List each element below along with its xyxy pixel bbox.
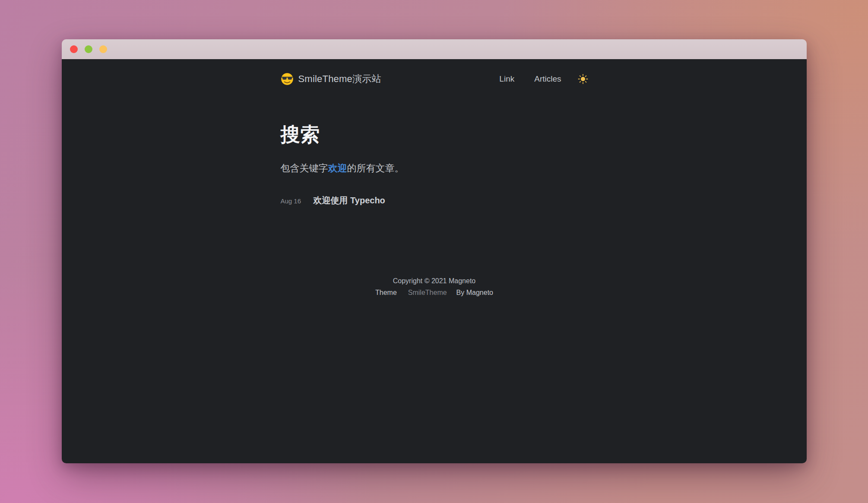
article-date: Aug 16 xyxy=(281,197,314,205)
nav-item-link[interactable]: Link xyxy=(499,74,514,84)
close-button[interactable] xyxy=(70,45,78,53)
subtitle-suffix: 的所有文章。 xyxy=(347,163,404,174)
footer-theme-link[interactable]: SmileTheme xyxy=(408,289,447,296)
main-content: 搜索 包含关键字欢迎的所有文章。 Aug 16 欢迎使用 Typecho xyxy=(281,122,588,206)
article-title-link[interactable]: 欢迎使用 Typecho xyxy=(314,195,385,206)
search-result-subtitle: 包含关键字欢迎的所有文章。 xyxy=(281,162,588,175)
browser-window: SmileTheme演示站 Link Articles xyxy=(62,39,807,463)
site-title: SmileTheme演示站 xyxy=(298,73,381,85)
minimize-button[interactable] xyxy=(85,45,92,53)
article-list-item[interactable]: Aug 16 欢迎使用 Typecho xyxy=(281,195,588,206)
footer-by-text: By Magneto xyxy=(456,289,493,296)
sunglasses-emoji-icon xyxy=(281,73,294,85)
footer-theme-label: Theme xyxy=(375,289,397,296)
site-footer: Copyright © 2021 Magneto ThemeSmileTheme… xyxy=(281,275,588,298)
main-nav: Link Articles xyxy=(499,74,588,84)
page-content: SmileTheme演示站 Link Articles xyxy=(62,59,807,463)
page-title: 搜索 xyxy=(281,122,588,148)
copyright-text: Copyright © 2021 Magneto xyxy=(281,275,588,287)
nav-item-articles[interactable]: Articles xyxy=(534,74,561,84)
page-container: SmileTheme演示站 Link Articles xyxy=(281,59,588,298)
zoom-button[interactable] xyxy=(99,45,107,53)
site-logo[interactable]: SmileTheme演示站 xyxy=(281,73,381,85)
theme-toggle-button[interactable] xyxy=(578,74,588,84)
footer-theme-line: ThemeSmileThemeBy Magneto xyxy=(281,287,588,298)
site-header: SmileTheme演示站 Link Articles xyxy=(281,59,588,85)
search-keyword: 欢迎 xyxy=(328,163,347,174)
subtitle-prefix: 包含关键字 xyxy=(281,163,328,174)
window-titlebar[interactable] xyxy=(62,39,807,59)
sun-icon xyxy=(578,74,588,84)
traffic-lights xyxy=(70,45,107,53)
